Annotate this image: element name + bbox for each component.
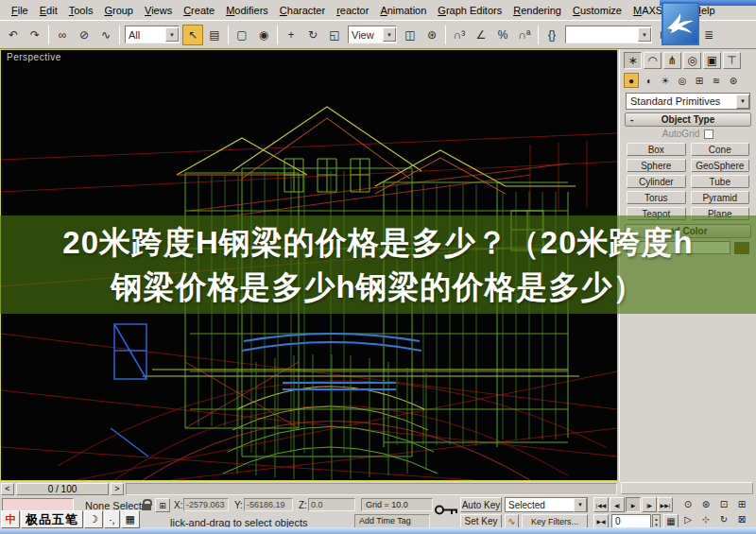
pan-button[interactable]: ⊹ bbox=[697, 512, 714, 526]
menu-item-tools[interactable]: Tools bbox=[63, 3, 99, 18]
go-to-start-button[interactable]: |◀◀ bbox=[593, 497, 609, 512]
named-selection-sets-button[interactable]: {} bbox=[541, 25, 562, 45]
chevron-down-icon[interactable]: ▼ bbox=[638, 27, 651, 42]
redo-button[interactable]: ↷ bbox=[25, 25, 45, 45]
viewport-label[interactable]: Perspective bbox=[7, 52, 61, 62]
ime-punctuation-button[interactable]: ·, bbox=[104, 510, 120, 528]
select-object-button[interactable]: ↖ bbox=[182, 25, 203, 45]
tab-motion[interactable]: ◎ bbox=[683, 52, 701, 69]
selection-lock-icon[interactable] bbox=[142, 504, 151, 510]
cat-cameras[interactable]: ◎ bbox=[675, 73, 690, 88]
tab-hierarchy[interactable]: ⋔ bbox=[663, 52, 681, 69]
primitive-button-box[interactable]: Box bbox=[627, 143, 686, 156]
menu-item-file[interactable]: File bbox=[6, 3, 34, 18]
cat-helpers[interactable]: ⊞ bbox=[692, 73, 707, 88]
cat-systems[interactable]: ⊛ bbox=[726, 73, 741, 88]
primitive-button-torus[interactable]: Torus bbox=[627, 191, 686, 204]
field-of-view-button[interactable]: ▷ bbox=[679, 512, 696, 526]
chevron-down-icon[interactable]: ▼ bbox=[383, 27, 396, 42]
rectangular-selection-region-button[interactable]: ▢ bbox=[232, 25, 252, 45]
menu-item-character[interactable]: Character bbox=[274, 3, 331, 18]
select-and-link-button[interactable]: ∞ bbox=[52, 25, 73, 45]
arc-rotate-button[interactable]: ↻ bbox=[715, 512, 732, 526]
next-frame-button[interactable]: |▶ bbox=[642, 497, 657, 512]
select-by-name-button[interactable]: ▤ bbox=[204, 25, 225, 45]
swallow-logo-icon[interactable] bbox=[662, 2, 699, 45]
menu-item-reactor[interactable]: reactor bbox=[331, 3, 374, 18]
menu-item-views[interactable]: Views bbox=[139, 3, 178, 18]
undo-button[interactable]: ↶ bbox=[3, 25, 24, 45]
absolute-mode-toggle[interactable]: ⊞ bbox=[155, 498, 170, 512]
unlink-selection-button[interactable]: ⊘ bbox=[74, 25, 94, 45]
z-coordinate-field[interactable]: 0.0 bbox=[308, 498, 355, 511]
previous-frame-button[interactable]: ◀| bbox=[610, 497, 625, 512]
snap-toggle-button[interactable]: ∩³ bbox=[449, 25, 470, 45]
tab-modify[interactable]: ◠ bbox=[644, 52, 662, 69]
menu-item-animation[interactable]: Animation bbox=[374, 3, 432, 18]
default-tangent-icon[interactable]: ∿ bbox=[505, 514, 519, 528]
set-key-button[interactable]: Set Key bbox=[460, 514, 502, 528]
menu-item-modifiers[interactable]: Modifiers bbox=[220, 3, 274, 18]
select-and-manipulate-button[interactable]: ⊛ bbox=[421, 25, 442, 45]
primitive-set-dropdown[interactable]: Standard Primitives ▼ bbox=[626, 93, 750, 110]
frame-spinner[interactable]: ▴ ▾ bbox=[652, 514, 661, 528]
percent-snap-button[interactable]: % bbox=[492, 25, 513, 45]
ime-mode-button[interactable]: 中 bbox=[1, 510, 20, 528]
select-and-rotate-button[interactable]: ↻ bbox=[302, 25, 323, 45]
time-slider-handle[interactable]: 0 / 100 bbox=[16, 483, 109, 495]
named-selection-dropdown[interactable]: ▼ bbox=[565, 26, 652, 43]
menu-item-edit[interactable]: Edit bbox=[34, 3, 63, 18]
tab-display[interactable]: ▣ bbox=[703, 52, 721, 69]
select-and-scale-button[interactable]: ◱ bbox=[324, 25, 345, 45]
cat-shapes[interactable]: ◖ bbox=[641, 73, 656, 88]
ime-keyboard-button[interactable]: ▦ bbox=[121, 510, 140, 528]
select-and-move-button[interactable]: + bbox=[281, 25, 301, 45]
x-coordinate-field[interactable]: -2579.063 bbox=[183, 498, 229, 511]
object-type-rollout-header[interactable]: - Object Type bbox=[625, 112, 751, 127]
ime-name-label[interactable]: 极品五笔 bbox=[21, 510, 83, 528]
play-button[interactable]: ▶ bbox=[626, 497, 641, 512]
chevron-down-icon[interactable]: ▼ bbox=[574, 498, 587, 512]
min-max-toggle-button[interactable]: ⊠ bbox=[733, 512, 750, 526]
autogrid-checkbox[interactable] bbox=[704, 129, 713, 139]
zoom-extents-all-button[interactable]: ⊞ bbox=[733, 497, 750, 511]
time-configuration-button[interactable]: ▦ bbox=[663, 514, 679, 528]
menu-item-create[interactable]: Create bbox=[178, 3, 220, 18]
maxscript-mini-listener[interactable] bbox=[2, 498, 74, 511]
bind-to-space-warp-button[interactable]: ∿ bbox=[95, 25, 116, 45]
time-slider-track[interactable] bbox=[126, 483, 617, 495]
primitive-button-cylinder[interactable]: Cylinder bbox=[627, 175, 686, 188]
menu-item-customize[interactable]: Customize bbox=[567, 3, 627, 18]
menu-item-group[interactable]: Group bbox=[98, 3, 139, 18]
menu-item-graph-editors[interactable]: Graph Editors bbox=[432, 3, 507, 18]
cat-lights[interactable]: ☀ bbox=[658, 73, 673, 88]
go-to-end-button[interactable]: ▶▶| bbox=[658, 497, 673, 512]
primitive-button-sphere[interactable]: Sphere bbox=[627, 159, 686, 172]
key-mode-toggle[interactable]: ▶◀ bbox=[593, 514, 609, 528]
spinner-down-icon[interactable]: ▾ bbox=[655, 522, 658, 527]
zoom-extents-button[interactable]: ⊡ bbox=[715, 497, 732, 511]
layer-manager-button[interactable]: ≣ bbox=[698, 25, 719, 45]
reference-coordinate-dropdown[interactable]: View ▼ bbox=[348, 26, 397, 43]
angle-snap-button[interactable]: ∠ bbox=[471, 25, 491, 45]
use-pivot-center-button[interactable]: ◫ bbox=[400, 25, 421, 45]
selection-filter-dropdown[interactable]: All ▼ bbox=[125, 26, 180, 43]
primitive-button-pyramid[interactable]: Pyramid bbox=[691, 191, 750, 204]
time-next-button[interactable]: > bbox=[111, 483, 124, 495]
key-filters-button[interactable]: Key Filters... bbox=[522, 514, 588, 528]
menu-item-rendering[interactable]: Rendering bbox=[507, 3, 567, 18]
add-time-tag-field[interactable]: Add Time Tag bbox=[354, 514, 430, 528]
primitive-button-cone[interactable]: Cone bbox=[691, 143, 750, 156]
chevron-down-icon[interactable]: ▼ bbox=[165, 27, 179, 42]
ime-fullhalf-moon-button[interactable]: ☽ bbox=[84, 510, 103, 528]
auto-key-button[interactable]: Auto Key bbox=[460, 497, 502, 512]
current-frame-field[interactable]: 0 bbox=[611, 514, 651, 528]
primitive-button-geosphere[interactable]: GeoSphere bbox=[691, 159, 750, 172]
chevron-down-icon[interactable]: ▼ bbox=[736, 95, 749, 109]
cat-spacewarps[interactable]: ≋ bbox=[709, 73, 724, 88]
zoom-all-button[interactable]: ⊛ bbox=[697, 497, 714, 511]
zoom-button[interactable]: ⊙ bbox=[679, 497, 696, 511]
selection-set-dropdown[interactable]: Selected ▼ bbox=[505, 497, 588, 512]
tab-create[interactable]: ∗ bbox=[624, 52, 642, 69]
primitive-button-tube[interactable]: Tube bbox=[691, 175, 750, 188]
